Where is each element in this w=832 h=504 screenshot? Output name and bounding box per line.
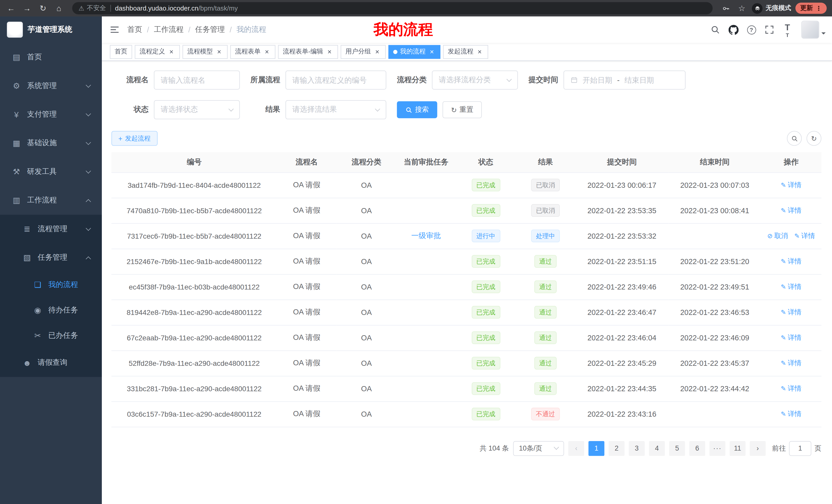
status-badge: 已完成 <box>471 204 500 217</box>
hamburger-icon[interactable] <box>102 24 127 35</box>
page-more-button[interactable]: ··· <box>709 441 725 456</box>
refresh-icon: ↻ <box>811 134 817 142</box>
sidebar-item-system[interactable]: ⚙ 系统管理 <box>0 72 102 100</box>
end-date-input[interactable] <box>623 76 656 84</box>
cancel-button[interactable]: ⊘取消 <box>767 231 788 241</box>
tag-process-form-edit[interactable]: 流程表单-编辑 × <box>278 45 338 59</box>
sidebar-item-process-mgmt[interactable]: ≣ 流程管理 <box>0 215 102 243</box>
page-button-1[interactable]: 1 <box>589 441 604 456</box>
cell-result: 通过 <box>516 300 575 325</box>
jump-page-input[interactable] <box>789 441 811 456</box>
search-button[interactable]: 搜索 <box>397 101 437 118</box>
close-icon[interactable]: × <box>215 48 223 55</box>
cell-process-name: OA 请假 <box>277 274 336 300</box>
breadcrumb-item-home[interactable]: 首页 <box>127 25 142 34</box>
detail-button[interactable]: ✎详情 <box>781 333 802 342</box>
hide-search-button[interactable] <box>787 131 802 146</box>
search-icon[interactable] <box>709 23 722 37</box>
cell-end-time: 2022-01-23 00:08:41 <box>669 198 761 223</box>
password-key-icon[interactable] <box>720 2 732 14</box>
cell-end-time: 2022-01-23 00:07:03 <box>669 172 761 198</box>
process-name-field <box>154 71 240 89</box>
user-menu[interactable] <box>801 21 826 38</box>
status-select[interactable]: 请选择状态 <box>154 100 240 119</box>
sidebar-item-devtools[interactable]: ⚒ 研发工具 <box>0 158 102 186</box>
forward-button[interactable]: → <box>21 2 33 14</box>
process-name-input[interactable] <box>161 76 233 84</box>
task-link[interactable]: 一级审批 <box>411 231 441 240</box>
result-select[interactable]: 请选择流结果 <box>285 100 386 119</box>
cell-submit-time: 2022-01-22 23:53:32 <box>575 223 669 249</box>
sidebar-item-todo-tasks[interactable]: ◉ 待办任务 <box>0 298 102 323</box>
sidebar-item-infra[interactable]: ▦ 基础设施 <box>0 129 102 158</box>
page-button-4[interactable]: 4 <box>649 441 665 456</box>
detail-button[interactable]: ✎详情 <box>781 358 802 368</box>
page-button-5[interactable]: 5 <box>669 441 685 456</box>
tag-home[interactable]: 首页 <box>110 45 132 59</box>
sidebar-item-done-tasks[interactable]: ✂ 已办任务 <box>0 323 102 348</box>
detail-button[interactable]: ✎详情 <box>781 282 802 291</box>
sidebar-item-payment[interactable]: ¥ 支付管理 <box>0 100 102 129</box>
font-size-icon[interactable]: TT <box>781 23 794 37</box>
home-button[interactable]: ⌂ <box>53 2 64 14</box>
fullscreen-icon[interactable] <box>763 23 776 37</box>
sidebar-item-task-mgmt[interactable]: ▧ 任务管理 <box>0 243 102 272</box>
sidebar-item-home[interactable]: ▤ 首页 <box>0 43 102 72</box>
tag-process-form[interactable]: 流程表单 × <box>230 45 275 59</box>
close-icon[interactable]: × <box>428 48 436 55</box>
detail-button[interactable]: ✎详情 <box>781 180 802 190</box>
update-button[interactable]: 更新 ⋮ <box>796 3 827 13</box>
close-icon[interactable]: × <box>326 48 333 55</box>
edit-icon: ✎ <box>781 258 786 265</box>
sidebar-item-leave-query[interactable]: ☻ 请假查询 <box>0 348 102 377</box>
reset-button[interactable]: ↻ 重置 <box>442 101 482 118</box>
next-page-button[interactable]: › <box>750 441 766 456</box>
sidebar-item-my-process[interactable]: ❏ 我的流程 <box>0 272 102 298</box>
help-icon[interactable]: ? <box>745 23 758 37</box>
tag-process-definition[interactable]: 流程定义 × <box>135 45 180 59</box>
sidebar-item-workflow[interactable]: ▥ 工作流程 <box>0 186 102 215</box>
detail-button[interactable]: ✎详情 <box>781 307 802 317</box>
detail-button[interactable]: ✎详情 <box>781 409 802 419</box>
close-icon[interactable]: × <box>167 48 175 55</box>
cell-submit-time: 2022-01-22 23:53:35 <box>575 198 669 223</box>
table-row: 2152467e-7b9b-11ec-9a1b-acde48001122 OA … <box>111 249 821 274</box>
cell-current-task <box>396 172 456 198</box>
table-row: 7470a810-7b9b-11ec-b5b7-acde48001122 OA … <box>111 198 821 223</box>
close-icon[interactable]: × <box>263 48 271 55</box>
page-button-2[interactable]: 2 <box>608 441 625 456</box>
back-button[interactable]: ← <box>5 2 17 14</box>
refresh-table-button[interactable]: ↻ <box>807 131 822 146</box>
reload-button[interactable]: ↻ <box>37 2 49 14</box>
close-icon[interactable]: × <box>476 48 483 55</box>
create-process-button[interactable]: + 发起流程 <box>111 131 157 146</box>
detail-button[interactable]: ✎详情 <box>781 206 802 215</box>
breadcrumb-item-task-mgmt[interactable]: 任务管理 <box>195 25 225 34</box>
detail-button[interactable]: ✎详情 <box>794 231 815 241</box>
cell-category: OA <box>336 249 396 274</box>
detail-button[interactable]: ✎详情 <box>781 384 802 393</box>
cell-status: 已完成 <box>456 401 516 427</box>
tag-process-model[interactable]: 流程模型 × <box>183 45 228 59</box>
tag-my-process[interactable]: 我的流程 × <box>389 45 440 59</box>
address-bar[interactable]: ⚠ 不安全 dashboard.yudao.iocoder.cn/bpm/tas… <box>72 2 713 14</box>
category-select[interactable]: 请选择流程分类 <box>432 71 518 89</box>
bookmark-star-icon[interactable]: ☆ <box>736 2 747 14</box>
github-icon[interactable] <box>727 23 740 37</box>
submit-time-range[interactable]: - <box>564 71 686 89</box>
parent-process-input[interactable] <box>292 76 379 84</box>
start-date-input[interactable] <box>581 76 614 84</box>
page-button-3[interactable]: 3 <box>629 441 645 456</box>
process-table: 编号 流程名 流程分类 当前审批任务 状态 结果 提交时间 结束时间 操作 3a… <box>111 152 821 427</box>
close-icon[interactable]: × <box>373 48 381 55</box>
prev-page-button[interactable]: ‹ <box>568 441 584 456</box>
app-logo[interactable]: 芋道管理系统 <box>0 17 102 43</box>
top-navbar: 首页 / 工作流程 / 任务管理 / 我的流程 我的流程 ? <box>102 17 832 43</box>
page-size-select[interactable]: 10条/页 <box>513 441 564 456</box>
tag-start-process[interactable]: 发起流程 × <box>443 45 488 59</box>
breadcrumb-item-workflow[interactable]: 工作流程 <box>154 25 184 34</box>
detail-button[interactable]: ✎详情 <box>781 257 802 266</box>
tag-user-group[interactable]: 用户分组 × <box>341 45 386 59</box>
page-button-6[interactable]: 6 <box>689 441 705 456</box>
page-button-11[interactable]: 11 <box>730 441 746 456</box>
